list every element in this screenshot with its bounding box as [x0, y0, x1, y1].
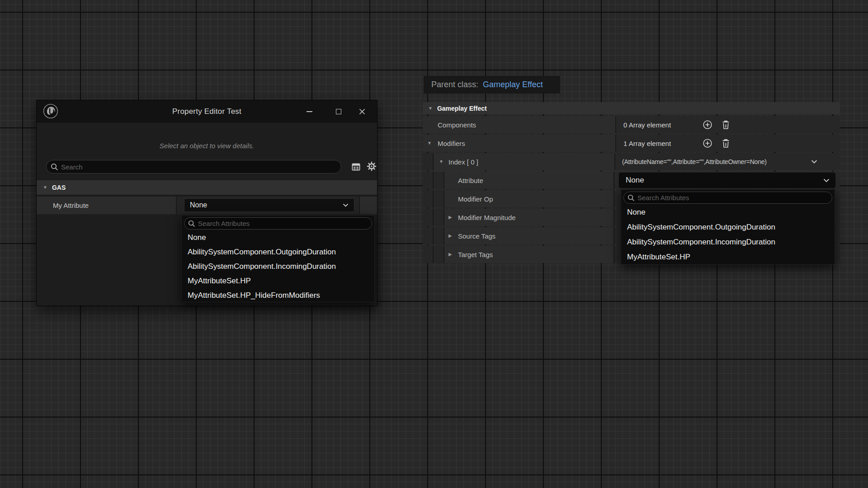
attribute-search-bar[interactable]: [623, 192, 832, 204]
parent-class-label: Parent class:: [431, 80, 478, 89]
indent-guide: [423, 153, 434, 170]
property-row-my-attribute: My Attribute None: [37, 197, 377, 214]
row-modifiers: ▼ Modifiers 1 Array element: [423, 135, 840, 152]
attribute-search-input[interactable]: [195, 220, 372, 227]
maximize-button[interactable]: [329, 100, 349, 122]
indent-guide: [434, 172, 444, 189]
row-label: ▼ Modifiers: [423, 135, 616, 152]
combobox-value: None: [184, 201, 343, 209]
indent-guide: [423, 190, 434, 207]
row-index-0: ▼ Index [ 0 ] (AttributeName="",Attribut…: [423, 153, 840, 170]
window-title: Property Editor Test: [37, 100, 377, 122]
array-count: 0 Array element: [616, 121, 671, 129]
row-label: Modifier Op: [444, 190, 614, 207]
chevron-down-icon: [823, 178, 830, 183]
expand-arrow-icon[interactable]: ▼: [439, 160, 443, 164]
indent-guide: [434, 227, 444, 244]
indent-guide: [423, 172, 434, 189]
combobox-value: None: [619, 176, 823, 185]
indent-guide: [434, 190, 444, 207]
search-icon: [188, 220, 195, 227]
row-label: ▶ Modifier Magnitude: [444, 209, 614, 226]
details-search-bar[interactable]: [46, 160, 341, 174]
row-value-cell: None: [614, 172, 840, 189]
struct-preview: (AttributeName="",Attribute="",Attribute…: [615, 158, 767, 165]
indent-guide: [434, 209, 444, 226]
collapse-arrow-icon[interactable]: ▶: [448, 252, 452, 257]
clear-array-button[interactable]: [721, 120, 731, 130]
indent-guide: [423, 209, 434, 226]
row-label: Attribute: [444, 172, 614, 189]
minimize-button[interactable]: [299, 100, 319, 122]
category-header-gameplay-effect[interactable]: ▼ Gameplay Effect: [423, 102, 840, 114]
row-value-cell: 0 Array element: [616, 116, 840, 133]
indent-guide: [423, 227, 434, 244]
dropdown-item[interactable]: None: [182, 230, 374, 245]
attribute-picker-dropdown-right: None AbilitySystemComponent.OutgoingDura…: [621, 189, 835, 265]
row-value-cell[interactable]: (AttributeName="",Attribute="",Attribute…: [615, 153, 840, 170]
parent-class-link[interactable]: Gameplay Effect: [483, 80, 543, 89]
search-icon: [51, 163, 58, 171]
add-element-button[interactable]: [702, 138, 713, 149]
parent-class-bar: Parent class: Gameplay Effect: [424, 76, 560, 94]
dropdown-item[interactable]: AbilitySystemComponent.IncomingDuration: [621, 235, 835, 249]
gear-icon: [367, 161, 377, 171]
array-count: 1 Array element: [616, 140, 671, 147]
expand-arrow-icon[interactable]: ▼: [43, 185, 47, 190]
chevron-down-icon: [343, 203, 349, 207]
search-icon: [627, 194, 635, 202]
settings-button[interactable]: [366, 161, 377, 172]
blueprint-grid-canvas: Property Editor Test Select an object to…: [0, 0, 868, 488]
attribute-combobox[interactable]: None: [619, 173, 835, 188]
collapse-arrow-icon[interactable]: ▶: [448, 234, 452, 238]
row-label: Components: [423, 116, 616, 133]
window-titlebar[interactable]: Property Editor Test: [37, 100, 377, 122]
clear-array-button[interactable]: [721, 138, 731, 149]
row-right-strip: [360, 197, 377, 214]
add-element-button[interactable]: [702, 119, 713, 130]
category-label: Gameplay Effect: [437, 105, 487, 112]
minimize-icon: [307, 111, 312, 112]
category-label: GAS: [52, 184, 66, 191]
row-value-cell: 1 Array element: [616, 135, 840, 152]
dropdown-item[interactable]: AbilitySystemComponent.IncomingDuration: [182, 259, 374, 274]
indent-guide: [434, 246, 444, 263]
row-components: Components 0 Array element: [423, 116, 840, 133]
row-attribute: Attribute None: [423, 172, 840, 189]
dropdown-item[interactable]: None: [621, 205, 835, 220]
category-header-gas[interactable]: ▼ GAS: [37, 180, 377, 196]
trash-icon: [721, 138, 731, 149]
row-label: ▶ Target Tags: [444, 246, 614, 263]
dropdown-item[interactable]: AbilitySystemComponent.OutgoingDuration: [621, 220, 835, 235]
table-grid-icon: [352, 163, 360, 171]
close-icon: [359, 108, 365, 115]
indent-guide: [423, 246, 434, 263]
dropdown-item[interactable]: MyAttributeSet.HP: [182, 274, 374, 288]
view-options-button[interactable]: [350, 161, 361, 172]
expand-arrow-icon[interactable]: ▼: [427, 141, 432, 145]
maximize-icon: [336, 109, 341, 114]
search-input[interactable]: [58, 163, 341, 171]
empty-selection-hint: Select an object to view details.: [37, 142, 377, 150]
attribute-search-bar[interactable]: [184, 217, 372, 230]
row-label: ▼ Index [ 0 ]: [434, 153, 615, 170]
trash-icon: [721, 120, 731, 130]
dropdown-item[interactable]: MyAttributeSet.HP_HideFromModifiers: [182, 288, 374, 303]
property-value-cell: None: [177, 197, 360, 214]
row-label: ▶ Source Tags: [444, 227, 614, 244]
expand-arrow-icon[interactable]: ▼: [428, 106, 433, 111]
dropdown-item[interactable]: MyAttributeSet.HP: [621, 249, 835, 264]
plus-circle-icon: [702, 119, 713, 130]
my-attribute-combobox[interactable]: None: [184, 198, 354, 212]
collapse-arrow-icon[interactable]: ▶: [448, 215, 452, 220]
dropdown-item[interactable]: AbilitySystemComponent.OutgoingDuration: [182, 245, 374, 259]
chevron-down-icon[interactable]: [811, 160, 817, 164]
close-button[interactable]: [352, 100, 372, 122]
property-label: My Attribute: [37, 197, 177, 214]
plus-circle-icon: [702, 138, 713, 149]
attribute-picker-dropdown-left: None AbilitySystemComponent.OutgoingDura…: [181, 215, 375, 302]
attribute-search-input[interactable]: [635, 194, 832, 202]
